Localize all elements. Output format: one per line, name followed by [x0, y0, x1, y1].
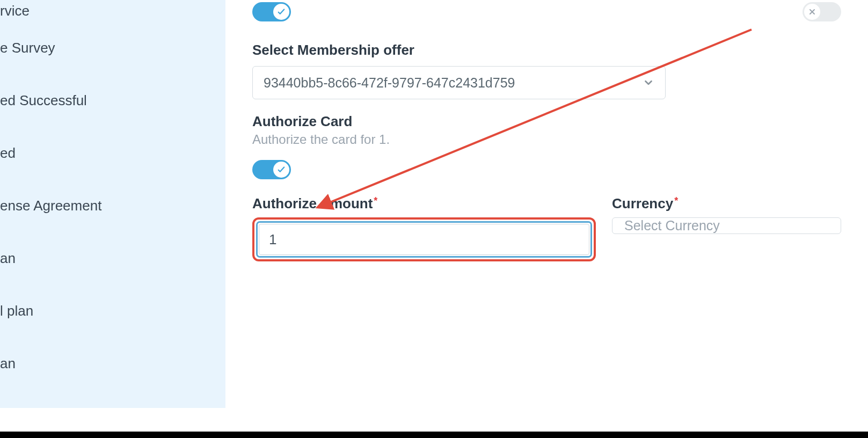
required-icon: * — [674, 195, 678, 206]
membership-toggle[interactable] — [252, 2, 291, 21]
sidebar-item-7[interactable]: an — [0, 337, 225, 390]
sidebar-item-6[interactable]: l plan — [0, 284, 225, 337]
sidebar-item-label: rvice — [0, 3, 30, 19]
authorize-card-title: Authorize Card — [252, 113, 841, 130]
currency-select[interactable]: Select Currency — [612, 217, 841, 234]
sidebar-item-0[interactable]: rvice — [0, 0, 225, 21]
required-icon: * — [374, 195, 377, 206]
sidebar-item-label: e Survey — [0, 40, 55, 56]
currency-col: Currency* Select Currency — [612, 195, 841, 234]
membership-select[interactable]: 93440bb5-8c66-472f-9797-647c2431d759 — [252, 66, 666, 99]
focus-ring — [256, 221, 592, 258]
close-icon — [804, 4, 820, 20]
check-icon — [273, 162, 289, 178]
membership-select-value: 93440bb5-8c66-472f-9797-647c2431d759 — [264, 75, 515, 91]
sidebar: rvice e Survey ed Successful ed ense Agr… — [0, 0, 225, 408]
authorize-amount-input[interactable] — [259, 224, 589, 255]
sidebar-item-2[interactable]: ed Successful — [0, 74, 225, 127]
currency-label: Currency* — [612, 195, 841, 212]
sidebar-item-label: ed Successful — [0, 92, 87, 109]
bottom-bar — [0, 432, 868, 438]
main-panel: Select Membership offer 93440bb5-8c66-47… — [225, 0, 868, 438]
currency-placeholder: Select Currency — [624, 218, 720, 233]
authorize-amount-label: Authorize Amount* — [252, 195, 596, 212]
sidebar-item-label: ense Agreement — [0, 198, 101, 214]
app-root: rvice e Survey ed Successful ed ense Agr… — [0, 0, 868, 438]
sidebar-item-label: l plan — [0, 303, 33, 319]
secondary-toggle[interactable] — [803, 2, 841, 21]
sidebar-item-label: ed — [0, 145, 16, 162]
membership-section: Select Membership offer 93440bb5-8c66-47… — [252, 42, 841, 99]
authorize-amount-col: Authorize Amount* — [252, 195, 596, 261]
check-icon — [273, 4, 289, 20]
authorize-card-subtitle: Authorize the card for 1. — [252, 132, 841, 147]
sidebar-item-4[interactable]: ense Agreement — [0, 179, 225, 232]
sidebar-item-3[interactable]: ed — [0, 127, 225, 179]
sidebar-item-label: an — [0, 355, 16, 372]
sidebar-list: rvice e Survey ed Successful ed ense Agr… — [0, 0, 225, 390]
authorize-amount-highlight — [252, 217, 596, 261]
authorize-card-section: Authorize Card Authorize the card for 1. — [252, 113, 841, 179]
sidebar-item-label: an — [0, 250, 16, 267]
membership-label: Select Membership offer — [252, 42, 841, 59]
top-toggle-row — [252, 2, 841, 21]
annotation-frame — [252, 217, 596, 261]
chevron-down-icon — [643, 77, 654, 89]
authorize-card-toggle[interactable] — [252, 160, 291, 179]
sidebar-item-1[interactable]: e Survey — [0, 21, 225, 74]
sidebar-item-5[interactable]: an — [0, 232, 225, 284]
amount-currency-row: Authorize Amount* Currency* Select Curre… — [252, 195, 841, 261]
